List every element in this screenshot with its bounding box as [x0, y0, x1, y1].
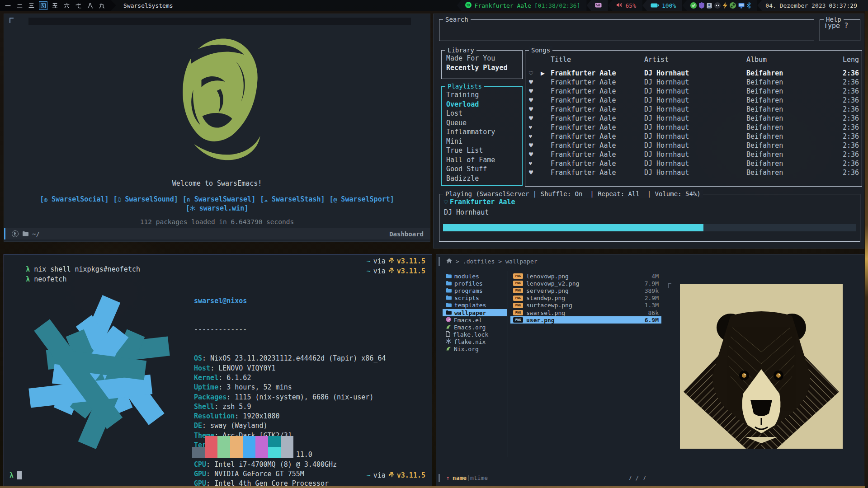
shield-icon[interactable]	[699, 2, 704, 9]
file-entry-lenovowp_v2-png[interactable]: PNGlenovowp_v2.png7.9M	[510, 280, 661, 287]
discord-icon[interactable]	[714, 2, 721, 9]
workspace-3[interactable]	[27, 1, 36, 10]
song-row[interactable]: ♥Frankfurter AaleDJ HornhautBeifahren2:3…	[525, 168, 862, 177]
file-item-flake-nix[interactable]: flake.nix	[443, 338, 507, 346]
file-entry-standwp-png[interactable]: PNGstandwp.png2.9M	[510, 295, 661, 302]
palette-block	[243, 436, 255, 447]
heart-icon[interactable]: ♥	[529, 169, 541, 177]
song-row[interactable]: ♥Frankfurter AaleDJ HornhautBeifahren2:3…	[525, 96, 862, 105]
file-item-emacs-org[interactable]: Emacs.org	[443, 324, 507, 331]
heart-icon[interactable]: ♡	[444, 198, 448, 206]
playlist-inflammatory[interactable]: Inflammatory	[446, 127, 518, 137]
playlist-true-list[interactable]: True List	[446, 146, 518, 155]
song-title: Frankfurter Aale	[551, 87, 644, 95]
right-prompt-3: ~ via v3.11.5	[367, 471, 425, 479]
heart-icon[interactable]: ♥	[529, 114, 541, 122]
sort-field[interactable]: name	[453, 474, 467, 481]
bluetooth-icon[interactable]	[747, 2, 751, 9]
workspace-8[interactable]	[86, 1, 94, 10]
library-item-recently-played[interactable]: Recently Played	[446, 63, 518, 73]
heart-icon[interactable]: ♥	[529, 161, 541, 167]
heart-icon[interactable]: ♥	[529, 150, 541, 159]
song-row[interactable]: ♥Frankfurter AaleDJ HornhautBeifahren2:3…	[525, 114, 862, 123]
dir-item-programs[interactable]: programs	[443, 287, 507, 294]
heart-icon[interactable]: ♥	[529, 96, 541, 104]
steam-icon[interactable]	[730, 2, 736, 9]
heart-icon[interactable]: ♥	[529, 87, 541, 95]
song-row[interactable]: ♥Frankfurter AaleDJ HornhautBeifahren2:3…	[525, 123, 862, 132]
file-entry-lenovowp-png[interactable]: PNGlenovowp.png4M	[510, 272, 661, 280]
dashboard-link-swarselsocial[interactable]: [◎ SwarselSocial]	[40, 195, 108, 203]
dir-item-profiles[interactable]: profiles	[443, 280, 507, 287]
file-entry-serverwp-png[interactable]: PNGserverwp.png389k	[510, 287, 661, 294]
file-item-flake-lock[interactable]: flake.lock	[443, 331, 507, 338]
breadcrumb-dotfiles[interactable]: .dotfiles	[463, 258, 495, 265]
battery-module[interactable]: 100%	[642, 0, 682, 11]
shell-prompt[interactable]: λ	[9, 471, 22, 479]
home-icon[interactable]	[446, 258, 452, 265]
workspace-2[interactable]	[15, 1, 24, 10]
site-link[interactable]: [ swarsel.win]	[4, 204, 430, 212]
heart-icon[interactable]: ♥	[529, 105, 541, 113]
spotify-module[interactable]: Frankfurter Aale [01:38/02:36]	[457, 0, 587, 11]
file-item-emacs-el[interactable]: Emacs.el	[443, 316, 507, 324]
workspace-4[interactable]	[39, 1, 47, 10]
playlist-queue[interactable]: Queue	[446, 118, 518, 128]
dir-item-templates[interactable]: templates	[443, 302, 507, 309]
song-row[interactable]: ♥Frankfurter AaleDJ HornhautBeifahren2:3…	[525, 150, 862, 159]
terminal-window[interactable]: λ nix shell nixpkgs#neofetch ~ via v3.11…	[4, 254, 432, 486]
workspace-1[interactable]	[4, 1, 12, 10]
playlist-good-stuff[interactable]: Good Stuff	[446, 164, 518, 174]
dashboard-link-swarselswarsel[interactable]: [∩ SwarselSwarsel]	[183, 195, 255, 203]
widget-icon[interactable]	[707, 3, 712, 9]
dashboard-link-swarselstash[interactable]: [☁ SwarselStash]	[260, 195, 325, 203]
playlist-overload[interactable]: Overload	[446, 100, 518, 109]
file-entry-swarsel-png[interactable]: PNGswarsel.png86k	[510, 309, 661, 316]
dashboard-link-swarselsound[interactable]: [♫ SwarselSound]	[113, 195, 178, 203]
palette-block	[281, 436, 293, 447]
workspace-7[interactable]	[74, 1, 83, 10]
file-entry-surfacewp-png[interactable]: PNGsurfacewp.png1.3M	[510, 302, 661, 309]
heart-icon[interactable]: ♥	[529, 134, 541, 140]
song-row[interactable]: ♥Frankfurter AaleDJ HornhautBeifahren2:3…	[525, 105, 862, 114]
heart-icon[interactable]: ♥	[529, 125, 541, 131]
song-row[interactable]: ♥Frankfurter AaleDJ HornhautBeifahren2:3…	[525, 132, 862, 141]
workspace-6[interactable]	[62, 1, 71, 10]
playlist-hall-of-fame[interactable]: Hall of Fame	[446, 155, 518, 165]
search-input[interactable]: Search	[439, 19, 814, 41]
heart-icon[interactable]: ♥	[529, 78, 541, 86]
heart-icon[interactable]: ♥	[529, 141, 541, 150]
playlist-lost[interactable]: Lost	[446, 109, 518, 118]
library-item-made-for-you[interactable]: Made For You	[446, 54, 518, 63]
keyboard-module[interactable]	[587, 0, 608, 11]
workspace-5[interactable]	[51, 1, 59, 10]
playlist-badizzle[interactable]: Badizzle	[446, 174, 518, 183]
sort-alt-field[interactable]: mtime	[470, 474, 488, 481]
volume-module[interactable]: 65%	[608, 0, 642, 11]
dir-item-modules[interactable]: modules	[443, 272, 507, 280]
seek-bar[interactable]	[443, 224, 856, 231]
song-row[interactable]: ♥Frankfurter AaleDJ HornhautBeifahren2:3…	[525, 78, 862, 87]
breadcrumb-wallpaper[interactable]: wallpaper	[505, 258, 537, 265]
dir-item-wallpaper[interactable]: wallpaper	[443, 309, 507, 316]
packages-loaded-line: 112 packages loaded in 6.643790 seconds	[4, 218, 430, 225]
song-row[interactable]: ♡▶Frankfurter AaleDJ HornhautBeifahren2:…	[525, 69, 862, 78]
library-label: Library	[445, 46, 476, 54]
dashboard-link-swarselsport[interactable]: [@ SwarselSport]	[329, 195, 394, 203]
breadcrumb-separator: >	[456, 258, 459, 265]
file-entry-user-png[interactable]: PNGuser.png6.9M	[510, 316, 661, 324]
song-row[interactable]: ♥Frankfurter AaleDJ HornhautBeifahren2:3…	[525, 159, 862, 168]
check-icon[interactable]	[690, 2, 697, 9]
emacs-tab-bar[interactable]	[28, 18, 411, 25]
file-item-nix-org[interactable]: Nix.org	[443, 346, 507, 353]
heart-icon[interactable]: ♡	[529, 69, 541, 77]
workspace-9[interactable]	[98, 1, 106, 10]
playlist-training[interactable]: Training	[446, 90, 518, 100]
song-row[interactable]: ♥Frankfurter AaleDJ HornhautBeifahren2:3…	[525, 141, 862, 150]
sort-direction-icon[interactable]: ↑	[446, 474, 450, 481]
bolt-icon[interactable]	[723, 2, 727, 9]
song-row[interactable]: ♥Frankfurter AaleDJ HornhautBeifahren2:3…	[525, 87, 862, 96]
playlist-mini[interactable]: Mini	[446, 137, 518, 146]
display-icon[interactable]	[738, 3, 745, 9]
dir-item-scripts[interactable]: scripts	[443, 295, 507, 302]
